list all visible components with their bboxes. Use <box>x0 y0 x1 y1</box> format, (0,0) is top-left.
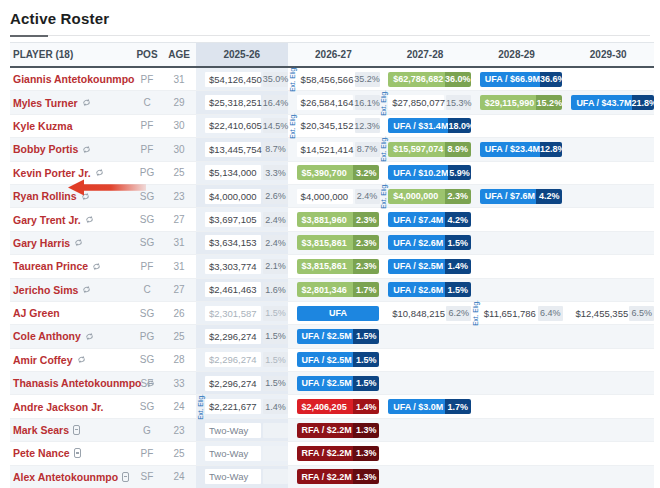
player-name-link[interactable]: Mark Sears <box>13 424 69 436</box>
swap-circle-icon <box>82 98 91 107</box>
cap-percent: 15.3% <box>446 95 471 110</box>
salary-cell-2025-26: $4,000,0002.6% <box>196 185 288 207</box>
position-cell: C <box>132 91 162 113</box>
player-name-link[interactable]: Kyle Kuzma <box>13 120 73 132</box>
column-header-year-2029-30[interactable]: 2029-30 <box>562 43 654 66</box>
salary-cell-2029-30 <box>562 349 654 371</box>
column-header-player[interactable]: PLAYER (18) <box>10 43 132 66</box>
swap-circle-icon <box>82 145 91 154</box>
player-name-link[interactable]: Giannis Antetokounmpo <box>13 73 135 85</box>
player-name-link[interactable]: Bobby Portis <box>13 143 78 155</box>
salary-value: $11,651,786 <box>480 306 536 321</box>
salary-value: $3,634,153 <box>205 235 261 250</box>
salary-value: $2,461,463 <box>205 282 261 297</box>
age-cell: 31 <box>162 68 196 90</box>
player-name-link[interactable]: Myles Turner <box>13 97 78 109</box>
age-cell: 23 <box>162 185 196 207</box>
player-cell: Mark Sears <box>10 419 132 441</box>
column-header-age[interactable]: AGE <box>162 43 196 66</box>
player-name-link[interactable]: Amir Coffey <box>13 354 73 366</box>
salary-cell-2025-26: $2,296,2741.5% <box>196 372 288 394</box>
salary-cell-2028-29 <box>471 349 563 371</box>
salary-cell-2029-30 <box>562 115 654 137</box>
position-cell: SG <box>132 395 162 417</box>
salary-cell-2027-28 <box>379 419 471 441</box>
salary-cell-2029-30 <box>562 138 654 160</box>
age-cell: 27 <box>162 279 196 301</box>
salary-value: $2,296,274 <box>205 329 261 344</box>
blue-salary-chip: UFA / $23.4M12.8% <box>480 142 563 157</box>
salary-cell-2025-26: $25,318,25116.4% <box>196 91 288 113</box>
page-title: Active Roster <box>10 10 650 27</box>
player-name-link[interactable]: Pete Nance <box>13 447 70 459</box>
player-name-link[interactable]: Andre Jackson Jr. <box>13 401 103 413</box>
blue-salary-chip: UFA / $3.0M1.7% <box>388 399 471 414</box>
age-cell: 24 <box>162 466 196 488</box>
player-name-link[interactable]: Alex Antetokounmpo <box>13 471 118 483</box>
player-cell: Pete Nance <box>10 442 132 464</box>
cap-percent: 1.5% <box>263 352 288 367</box>
salary-cell-2028-29 <box>471 279 563 301</box>
roster-table: PLAYER (18) POS AGE 2025-26 2026-27 2027… <box>10 42 654 488</box>
salary-value: $4,000,000 <box>297 189 353 204</box>
extension-eligible-label: Ext. Elig. <box>288 65 295 93</box>
player-name-link[interactable]: Cole Anthony <box>13 330 81 342</box>
player-name-link[interactable]: Jericho Sims <box>13 284 78 296</box>
salary-cell-2026-27: $5,390,7003.2% <box>288 162 380 184</box>
column-header-year-2026-27[interactable]: 2026-27 <box>288 43 380 66</box>
swap-circle-icon <box>81 192 90 201</box>
player-name-link[interactable]: AJ Green <box>13 307 60 319</box>
salary-cell-2029-30 <box>562 185 654 207</box>
salary-value: $10,848,215 <box>388 306 444 321</box>
salary-cell-2026-27: Ext. Elig.$20,345,15212.3% <box>288 115 380 137</box>
salary-value: $4,000,000 <box>205 189 261 204</box>
player-name-link[interactable]: Gary Trent Jr. <box>13 214 81 226</box>
salary-cell-2028-29 <box>471 372 563 394</box>
age-cell: 25 <box>162 162 196 184</box>
position-cell: SF <box>132 372 162 394</box>
ufa-chip: UFA <box>297 306 380 321</box>
player-name-link[interactable]: Kevin Porter Jr. <box>13 167 91 179</box>
salary-cell-2028-29 <box>471 419 563 441</box>
player-name-link[interactable]: Taurean Prince <box>13 260 88 272</box>
column-header-year-2027-28[interactable]: 2027-28 <box>379 43 471 66</box>
salary-cell-2029-30 <box>562 372 654 394</box>
salary-cell-2026-27: $4,000,0002.4% <box>288 185 380 207</box>
swap-circle-icon <box>95 168 104 177</box>
table-row: Thanasis AntetokounmpoSF33$2,296,2741.5%… <box>10 372 654 395</box>
player-name-link[interactable]: Thanasis Antetokounmpo <box>13 377 142 389</box>
player-name-link[interactable]: Ryan Rollins <box>13 190 77 202</box>
column-header-year-2028-29[interactable]: 2028-29 <box>471 43 563 66</box>
salary-cell-2025-26: $2,296,2741.5% <box>196 325 288 347</box>
cap-percent: 2.4% <box>355 189 380 204</box>
cap-percent: 6.5% <box>629 306 654 321</box>
cap-percent: 35.0% <box>263 72 288 87</box>
extension-eligible-label: Ext. Elig. <box>288 112 295 140</box>
salary-cell-2028-29: UFA / $66.9M36.6% <box>471 68 563 90</box>
salary-cell-2027-28: UFA / $31.4M18.0% <box>379 115 471 137</box>
cap-percent: 1.4% <box>263 399 288 414</box>
cap-percent: 2.6% <box>263 189 288 204</box>
swap-circle-icon <box>85 332 94 341</box>
cap-percent <box>263 446 288 461</box>
column-header-year-2025-26[interactable]: 2025-26 <box>196 43 288 66</box>
salary-cell-2026-27: $2,801,3461.7% <box>288 279 380 301</box>
cap-percent: 1.5% <box>263 306 288 321</box>
position-cell: SG <box>132 349 162 371</box>
salary-value: $2,296,274 <box>205 376 261 391</box>
table-row: Kyle KuzmaPF30$22,410,60514.5%Ext. Elig.… <box>10 115 654 138</box>
swap-circle-icon <box>82 285 91 294</box>
column-header-pos[interactable]: POS <box>132 43 162 66</box>
two-way-contract-icon <box>122 472 129 482</box>
swap-circle-icon <box>74 238 83 247</box>
player-cell: Giannis Antetokounmpo <box>10 68 132 90</box>
salary-cell-2025-26: $5,134,0003.3% <box>196 162 288 184</box>
table-row: Gary Trent Jr.SG27$3,697,1052.4%$3,881,9… <box>10 208 654 231</box>
cap-percent: 1.6% <box>263 282 288 297</box>
salary-cell-2028-29: Ext. Elig.$11,651,7866.4% <box>471 302 563 324</box>
player-name-link[interactable]: Gary Harris <box>13 237 70 249</box>
cap-percent: 16.4% <box>263 95 288 110</box>
salary-value: $27,850,077 <box>388 95 444 110</box>
player-cell: Thanasis Antetokounmpo <box>10 372 132 394</box>
age-cell: 31 <box>162 232 196 254</box>
